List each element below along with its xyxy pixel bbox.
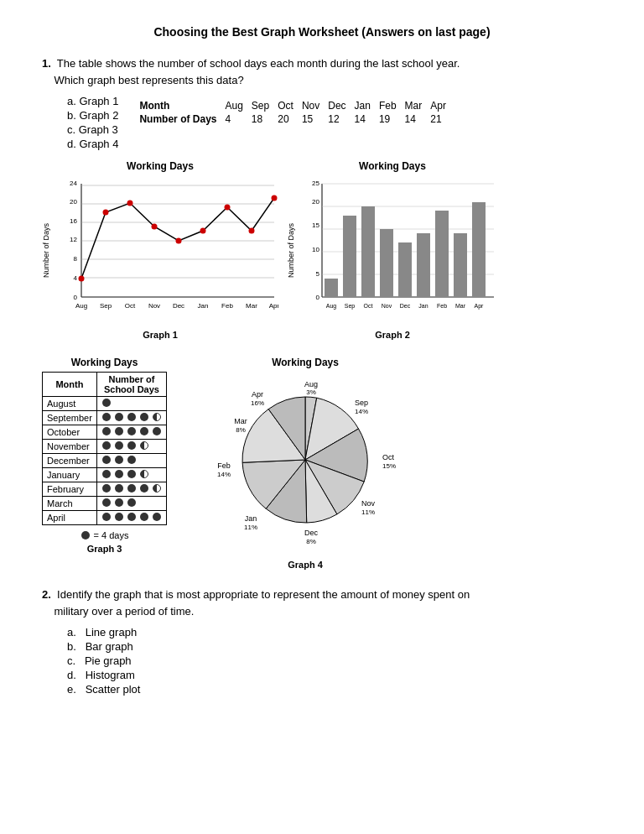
picto-legend-text: = 4 days	[94, 530, 129, 540]
ylab-0: 0	[74, 294, 78, 301]
picto-days-header: Number ofSchool Days	[96, 373, 166, 397]
q1-choice-b: b. Graph 2	[67, 109, 118, 122]
graph-3-container: Working Days Month Number ofSchool Days …	[42, 357, 167, 554]
picto-header: Month Number ofSchool Days	[43, 373, 167, 397]
graph-4-label: Graph 4	[288, 560, 323, 570]
graph-4-container: Working Days	[209, 357, 402, 570]
q1-text-2: Which graph best represents this data?	[54, 74, 243, 86]
graph-1-title: Working Days	[127, 160, 194, 172]
bar-feb	[435, 211, 449, 297]
svg-text:Nov: Nov	[382, 303, 392, 309]
pie-label-oct: Oct	[382, 453, 395, 461]
q2-text-2: military over a period of time.	[54, 605, 194, 618]
pie-pct-jan: 11%	[244, 524, 257, 531]
dot-dec	[176, 238, 182, 244]
bar-nov	[380, 229, 393, 297]
q1-month-data: Month Aug Sep Oct Nov Dec Jan Feb Mar Ap…	[135, 99, 450, 126]
picto-feb: February	[43, 482, 167, 497]
pie-pct-apr: 16%	[251, 399, 264, 407]
pie-pct-dec: 8%	[306, 538, 316, 545]
ylab-12: 12	[70, 236, 77, 243]
pie-label-apr: Apr	[252, 390, 263, 399]
dot-oct	[127, 201, 133, 206]
pie-pct-aug: 3%	[306, 388, 316, 396]
picto-mar: March	[43, 497, 167, 511]
dot	[102, 399, 111, 407]
dot-mar	[249, 228, 255, 234]
pie-pct-oct: 15%	[382, 462, 396, 470]
q1-number: 1.	[42, 57, 51, 70]
q1-choice-d: d. Graph 4	[67, 138, 118, 150]
pie-slices	[242, 397, 367, 523]
picto-legend: = 4 days	[80, 530, 129, 540]
q1-text-1: The table shows the number of school day…	[57, 57, 460, 70]
graph-1-svg: 0 4 8 12 16 20 24 Au	[52, 175, 278, 326]
bar-jan	[417, 233, 430, 297]
graphs-row-2: Working Days Month Number ofSchool Days …	[42, 357, 602, 570]
svg-text:Apr: Apr	[475, 303, 485, 310]
pie-label-feb: Feb	[217, 461, 231, 470]
graph-1-label: Graph 1	[143, 330, 178, 340]
svg-text:Jan: Jan	[418, 303, 428, 309]
svg-text:Dec: Dec	[400, 303, 411, 309]
picto-nov: November	[43, 440, 167, 454]
graphs-row-1: Working Days Number of Days 0 4 8 12 1	[42, 160, 602, 340]
svg-text:5: 5	[316, 270, 320, 278]
q2-choice-c: c. Pie graph	[67, 654, 602, 667]
xlabel-oct: Oct	[125, 302, 136, 310]
q1-choice-list: a. Graph 1 b. Graph 2 c. Graph 3 d. Grap…	[67, 95, 118, 150]
graph-1-container: Working Days Number of Days 0 4 8 12 1	[42, 160, 278, 340]
pie-pct-sep: 14%	[355, 408, 368, 415]
ylab-16: 16	[70, 217, 77, 225]
dot-aug	[79, 276, 85, 282]
graph-3-table: Month Number ofSchool Days August Septem…	[42, 372, 167, 525]
svg-text:Mar: Mar	[455, 303, 466, 309]
days-row: Number of Days 4 18 20 15 12 14 19 14 21	[135, 112, 450, 126]
svg-text:Sep: Sep	[345, 303, 356, 310]
graph-1-yaxis: Number of Days	[42, 223, 50, 278]
svg-text:Oct: Oct	[364, 303, 373, 309]
pie-label-sep: Sep	[355, 399, 368, 407]
q2-choice-e: e. Scatter plot	[67, 683, 602, 696]
graph-3-title: Working Days	[71, 357, 138, 368]
q2-choice-d: d. Histogram	[67, 669, 602, 681]
pie-label-dec: Dec	[304, 529, 319, 537]
graph-2-label: Graph 2	[375, 330, 410, 340]
graph-2-yaxis: Number of Days	[287, 223, 295, 278]
q1-choice-a: a. Graph 1	[67, 95, 118, 107]
dot-apr	[272, 195, 278, 201]
q2-text: 2. Identify the graph that is most appro…	[42, 586, 602, 619]
bar-sep	[343, 216, 356, 297]
xlabel-apr: Apr	[269, 302, 278, 310]
dot-sep	[103, 210, 109, 216]
question-1: 1. The table shows the number of school …	[42, 55, 602, 570]
graph-2-wrap: Number of Days 0 5 10 15 20 25	[287, 175, 498, 326]
q2-text-1: Identify the graph that is most appropri…	[57, 588, 470, 601]
svg-text:0: 0	[316, 294, 320, 301]
svg-text:15: 15	[312, 222, 319, 229]
pie-label-aug: Aug	[304, 380, 318, 388]
picto-month-header: Month	[43, 373, 97, 397]
xlabel-mar: Mar	[246, 302, 257, 310]
graph-1-wrap: Number of Days 0 4 8 12 16 20 24	[42, 175, 278, 326]
months-row: Month Aug Sep Oct Nov Dec Jan Feb Mar Ap…	[135, 99, 450, 112]
ylab-24: 24	[70, 180, 77, 187]
pie-pct-nov: 11%	[361, 508, 375, 516]
question-2: 2. Identify the graph that is most appro…	[42, 586, 602, 696]
bar-aug	[325, 279, 338, 297]
picto-aug: August	[43, 397, 167, 411]
bar-dec	[398, 242, 412, 297]
xlabel-feb: Feb	[221, 302, 233, 310]
bar-apr	[472, 202, 486, 297]
graph-4-title: Working Days	[272, 357, 339, 368]
bar-oct	[361, 206, 375, 297]
ylab-8: 8	[74, 255, 78, 263]
graph-2-svg: 0 5 10 15 20 25	[297, 175, 498, 326]
q2-choice-a: a. Line graph	[67, 626, 602, 639]
svg-text:10: 10	[312, 246, 319, 253]
page-title: Choosing the Best Graph Worksheet (Answe…	[42, 25, 602, 39]
svg-text:20: 20	[312, 198, 319, 206]
q1-data-area: a. Graph 1 b. Graph 2 c. Graph 3 d. Grap…	[42, 95, 602, 152]
picto-dec: December	[43, 454, 167, 468]
svg-text:Aug: Aug	[326, 303, 337, 310]
